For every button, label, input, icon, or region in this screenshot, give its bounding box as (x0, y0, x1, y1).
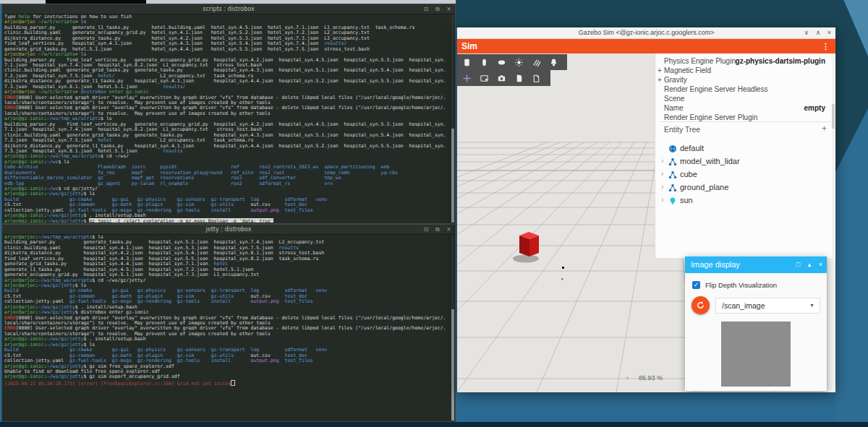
entity-tree-item-ground_plane[interactable]: ›ground_plane (655, 181, 835, 194)
world-row-value: empty (804, 103, 825, 113)
chevron-right-icon[interactable]: › (661, 155, 663, 168)
shape-box-icon[interactable] (461, 57, 472, 67)
terminal-title: jetty : distrobox (205, 226, 251, 233)
entity-label: sun (680, 194, 693, 207)
entity-tree-item-sun[interactable]: ›sun (655, 194, 835, 207)
restore-icon[interactable]: ⧉ (435, 226, 441, 233)
gazebo-window: Gazebo Sim <@gz-ionic.arjoc.c.googlers.c… (457, 27, 835, 392)
terminal-line: arjoc@gz-ionic:~/ws/tmp_ws/scripts$ cd ~… (4, 154, 449, 159)
entity-tree-item-model_with_lidar[interactable]: ›model_with_lidar (655, 155, 835, 168)
image-display-title: Image display (691, 256, 740, 273)
copy-file-icon[interactable] (514, 73, 524, 83)
screenshot-icon[interactable] (479, 73, 489, 83)
model-icon (668, 170, 677, 178)
gazebo-client-area: Physics Engine Plugingz-physics-dartsim-… (457, 53, 835, 392)
world-row-scene: Scene (655, 94, 835, 103)
restore-icon[interactable]: ⧉ (435, 6, 441, 12)
terminal-line: arjoc@gz-ionic:~/ws/gz/jetty$ gz sim exp… (4, 374, 449, 379)
maximize-icon[interactable]: ⊡ (424, 6, 430, 12)
transform-icon[interactable] (461, 73, 472, 83)
terminal-scrollbar-thumb[interactable] (451, 309, 454, 420)
flip-depth-checkbox[interactable]: ✓ (692, 281, 700, 289)
terminal-window-controls: ⊡ ⧉ × (420, 4, 452, 14)
world-row-label: Magnetic Field (664, 66, 711, 75)
terminal-window-controls: ⊡ ⧉ × (420, 225, 452, 234)
terminal-output[interactable]: Type help for instructions on how to use… (4, 14, 449, 223)
rtf-status: ‹86.93 % (626, 374, 663, 381)
point-light-icon[interactable] (514, 57, 524, 67)
chevron-right-icon[interactable]: › (661, 181, 663, 194)
close-icon[interactable]: × (446, 226, 452, 233)
close-icon[interactable]: × (819, 261, 822, 268)
expand-stats-icon[interactable]: ‹ (626, 374, 629, 381)
terminal-scrollbar[interactable] (451, 14, 454, 223)
world-row-label: Render Engine Server Headless (664, 85, 767, 94)
scan-image-preview (721, 322, 791, 387)
terminal-scrollbar[interactable] (451, 235, 454, 420)
flip-depth-label: Flip Depth Visualization (705, 281, 777, 290)
expand-icon[interactable]: + (657, 66, 663, 75)
terminal-scrollbar-thumb[interactable] (451, 129, 454, 223)
shape-ellipsoid-icon[interactable] (496, 57, 506, 67)
terminal-window-scripts: scripts : distrobox ⊡ ⧉ × Type help for … (1, 4, 456, 224)
world-row-label: Scene (664, 94, 684, 103)
image-display-header[interactable]: Image display □ ▴ × (685, 256, 827, 273)
topic-dropdown[interactable]: /scan_image ▼ (715, 298, 820, 314)
gazebo-window-title: Gazebo Sim <@gz-ionic.arjoc.c.googlers.c… (457, 27, 835, 38)
spot-light-icon[interactable] (548, 57, 558, 67)
bulb-icon (668, 196, 677, 204)
world-row-gravity[interactable]: +Gravity (655, 75, 835, 85)
collapse-icon[interactable]: ▴ (808, 261, 812, 268)
entity-tree-title: Entity Tree (664, 125, 700, 134)
paste-file-icon[interactable] (531, 73, 541, 83)
entity-label: ground_plane (680, 181, 728, 194)
gazebo-app-title: Sim (461, 39, 477, 54)
model-icon (668, 157, 677, 165)
globe-icon (668, 144, 677, 152)
world-row-name: Nameempty (655, 103, 835, 113)
topic-dropdown-value: /scan_image (722, 298, 765, 313)
directional-light-icon[interactable] (531, 57, 541, 67)
refresh-topic-button[interactable] (692, 296, 710, 314)
dock-scrollbar[interactable] (832, 53, 835, 258)
world-row-render-engine-server-headless: Render Engine Server Headless (655, 85, 835, 94)
camera-icon[interactable] (496, 73, 506, 83)
image-display-panel: Image display □ ▴ × ✓ Flip Depth Visuali… (685, 256, 827, 391)
menu-dots-icon[interactable]: ⋮ (822, 39, 830, 54)
world-row-magnetic-field[interactable]: +Magnetic Field (655, 66, 835, 75)
terminal-titlebar[interactable]: jetty : distrobox ⊡ ⧉ × (2, 225, 455, 235)
gazebo-titlebar[interactable]: Gazebo Sim <@gz-ionic.arjoc.c.googlers.c… (457, 27, 835, 39)
terminal-title: scripts : distrobox (203, 6, 254, 12)
shape-capsule-icon[interactable] (479, 57, 489, 67)
panel-divider (660, 121, 831, 122)
entity-tree-item-default[interactable]: default (655, 142, 835, 155)
chevron-right-icon[interactable]: › (661, 168, 663, 181)
world-row-physics-engine-plugin: Physics Engine Plugingz-physics-dartsim-… (655, 56, 835, 66)
image-display-header-icons: □ ▴ × (791, 256, 822, 273)
chevron-down-icon: ▼ (809, 298, 814, 313)
world-row-label: Gravity (664, 75, 687, 85)
terminal-line: [2025-08-22 05:24:28.173] [error] [FreeS… (4, 380, 449, 385)
world-row-label: Name (664, 103, 684, 113)
expand-icon[interactable]: + (657, 75, 663, 85)
refresh-icon (696, 301, 705, 310)
entity-tree-add-button[interactable]: + (822, 124, 827, 134)
close-icon[interactable]: × (446, 6, 452, 12)
model-icon (668, 183, 677, 191)
float-icon[interactable]: □ (796, 261, 800, 268)
maximize-icon[interactable]: ⊡ (424, 226, 430, 233)
world-control-panel: Physics Engine Plugingz-physics-dartsim-… (655, 53, 835, 258)
terminal-titlebar[interactable]: scripts : distrobox ⊡ ⧉ × (2, 4, 455, 14)
terminal-window-jetty: jetty : distrobox ⊡ ⧉ × arjoc@arjoc:~/ws… (1, 224, 456, 422)
chevron-right-icon[interactable]: › (661, 194, 663, 207)
entity-label: cube (680, 168, 697, 181)
desktop-background-bottom-band (0, 422, 868, 427)
terminal-output[interactable]: arjoc@arjoc:~/ws/tmp_ws/scripts$ lsbuild… (4, 235, 449, 420)
entity-label: default (680, 142, 704, 155)
close-icon[interactable]: × (827, 29, 831, 36)
world-row-label: Physics Engine Plugin (664, 56, 736, 66)
entity-tree-item-cube[interactable]: ›cube (655, 168, 835, 181)
dock-scrollbar-thumb[interactable] (832, 104, 835, 129)
minimize-icon[interactable]: ∨ (804, 29, 809, 36)
maximize-icon[interactable]: ∧ (816, 29, 821, 36)
